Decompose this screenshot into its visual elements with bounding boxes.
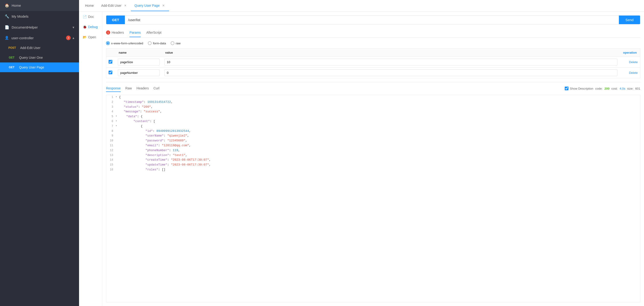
code-line-7: 7 ▾ {: [106, 124, 640, 129]
left-panel-doc[interactable]: 📄 Doc: [79, 12, 102, 22]
request-tabs: 1 Headers Params AfterScript: [106, 28, 640, 38]
sidebar-item-home[interactable]: 🏠 Home: [0, 0, 79, 11]
row2-value-input[interactable]: [164, 69, 618, 76]
left-panel-open[interactable]: 📂 Open: [79, 32, 102, 42]
row1-value-cell: [162, 57, 620, 68]
resp-tab-response[interactable]: Response: [106, 85, 121, 92]
row1-value-input[interactable]: [164, 59, 618, 65]
tab-add-edit-user-close[interactable]: ✕: [124, 4, 127, 7]
api-item-get-query-user-one[interactable]: GET Query User One: [0, 53, 79, 62]
method-button[interactable]: GET: [106, 15, 125, 24]
left-panel-debug-label: Debug: [88, 25, 98, 29]
sidebar-section-user-controller[interactable]: 👤 user-controller 3 ▴: [0, 33, 79, 43]
response-code-block: 1 ▾ { 2 "timestamp": 1691314514722, 3 "s…: [106, 95, 640, 302]
code-line-11: 11 "email": "120119@qq.com",: [106, 143, 640, 148]
fold-btn-6[interactable]: ▾: [116, 119, 117, 123]
cost-label: cost:: [612, 87, 618, 90]
radio-circle-raw: [171, 41, 174, 45]
row2-value-cell: [162, 68, 620, 78]
debug-icon: 🐞: [83, 25, 87, 29]
code-line-5: 5 ▾ "data": {: [106, 114, 640, 119]
params-table: name value operation: [106, 48, 640, 78]
api-item-query-user-page-label: Query User Page: [19, 65, 44, 69]
headers-badge: 1: [106, 30, 110, 35]
response-meta: Show Description code: 200 cost: 4.0s si…: [565, 87, 640, 90]
col-value-header: value: [162, 48, 620, 57]
api-item-post-add-edit-user[interactable]: POST Add-Edit User: [0, 43, 79, 53]
response-section: Response Raw Headers Curl Show Des: [106, 82, 640, 302]
show-description-group: Show Description: [565, 87, 593, 90]
main-tabs: Home Add-Edit User ✕ Query User Page ✕: [79, 0, 644, 12]
left-panel: 📄 Doc 🐞 Debug 📂 Open: [79, 12, 102, 306]
radio-x-www-form-urlencoded[interactable]: x-www-form-urlencoded: [106, 41, 143, 45]
col-checkbox-header: [106, 48, 116, 57]
row2-checkbox-cell: [106, 68, 116, 78]
req-tab-params[interactable]: Params: [130, 28, 141, 37]
show-description-label: Show Description: [570, 87, 593, 90]
row1-name-cell: [116, 57, 162, 68]
send-button[interactable]: Send: [619, 15, 640, 24]
row2-delete-btn[interactable]: Delete: [620, 68, 640, 78]
main-panel: Home Add-Edit User ✕ Query User Page ✕ 📄…: [79, 0, 644, 306]
left-panel-open-label: Open: [88, 35, 96, 39]
code-label: code:: [595, 87, 602, 90]
code-line-4: 4 "message": "success",: [106, 109, 640, 114]
fold-btn-5[interactable]: ▾: [116, 114, 117, 118]
req-tab-afterscript[interactable]: AfterScript: [146, 28, 161, 37]
radio-urlencoded-label: x-www-form-urlencoded: [111, 42, 143, 45]
req-tab-headers-label: Headers: [112, 31, 124, 34]
tab-add-edit-user[interactable]: Add-Edit User ✕: [98, 0, 131, 11]
code-line-2: 2 "timestamp": 1691314514722,: [106, 100, 640, 105]
body-type-radio-group: x-www-form-urlencoded form-data raw: [106, 41, 640, 45]
sidebar-item-doc-helper-label: DocumentHelper: [12, 25, 38, 29]
sidebar-section-user-controller-label: user-controller: [12, 36, 34, 40]
radio-form-data[interactable]: form-data: [148, 41, 166, 45]
sidebar-item-my-models-label: My Models: [12, 14, 28, 18]
row1-checkbox[interactable]: [108, 60, 112, 64]
tab-query-user-page-close[interactable]: ✕: [162, 4, 165, 7]
api-item-get-query-user-page[interactable]: GET Query User Page: [0, 62, 79, 72]
chevron-down-icon: ▾: [72, 25, 74, 29]
home-icon: 🏠: [5, 3, 9, 8]
radio-raw[interactable]: raw: [171, 41, 181, 45]
show-description-checkbox[interactable]: [565, 87, 568, 90]
code-line-1: 1 ▾ {: [106, 95, 640, 100]
url-input[interactable]: [125, 16, 619, 24]
code-line-14: 14 "createTime": "2023-08-06T17:30:07",: [106, 158, 640, 162]
code-line-12: 12 "phoneNumber": 119,: [106, 148, 640, 153]
sidebar: 🏠 Home 🔧 My Models 📄 DocumentHelper ▾ 👤 …: [0, 0, 79, 306]
open-icon: 📂: [83, 35, 87, 39]
resp-tab-response-label: Response: [106, 86, 121, 90]
radio-circle-urlencoded: [106, 41, 110, 45]
resp-tab-curl[interactable]: Curl: [154, 85, 160, 92]
code-line-6: 6 ▾ "content": [: [106, 119, 640, 124]
row2-checkbox[interactable]: [108, 71, 112, 74]
resp-tab-headers[interactable]: Headers: [136, 85, 149, 92]
sidebar-item-document-helper[interactable]: 📄 DocumentHelper ▾: [0, 22, 79, 33]
req-tab-headers[interactable]: 1 Headers: [106, 28, 124, 37]
request-response-area: GET Send 1 Headers Params AfterScript: [102, 12, 644, 306]
row2-name-input[interactable]: [118, 69, 160, 76]
response-cost: 4.0s: [620, 87, 626, 90]
code-line-15: 15 "updateTime": "2023-08-06T17:30:07",: [106, 162, 640, 167]
col-name-header: name: [116, 48, 162, 57]
api-item-add-edit-user-label: Add-Edit User: [20, 46, 40, 50]
fold-btn-7[interactable]: ▾: [116, 124, 117, 128]
user-controller-badge: 3: [66, 35, 71, 40]
tab-query-user-page[interactable]: Query User Page ✕: [131, 0, 169, 11]
method-get-tag: GET: [7, 55, 16, 60]
fold-btn-1[interactable]: ▾: [116, 95, 117, 99]
left-panel-debug[interactable]: 🐞 Debug: [79, 22, 102, 32]
resp-tab-raw-label: Raw: [125, 86, 132, 90]
row1-delete-btn[interactable]: Delete: [620, 57, 640, 68]
response-size: 601: [635, 87, 640, 90]
resp-tab-raw[interactable]: Raw: [125, 85, 132, 92]
tab-home-label: Home: [85, 4, 94, 7]
row1-checkbox-cell: [106, 57, 116, 68]
table-row: Delete: [106, 68, 640, 78]
sidebar-item-my-models[interactable]: 🔧 My Models: [0, 11, 79, 22]
tab-home[interactable]: Home: [81, 0, 98, 11]
col-operation-header: operation: [620, 48, 640, 57]
url-bar: GET Send: [106, 15, 640, 24]
row1-name-input[interactable]: [118, 59, 160, 65]
